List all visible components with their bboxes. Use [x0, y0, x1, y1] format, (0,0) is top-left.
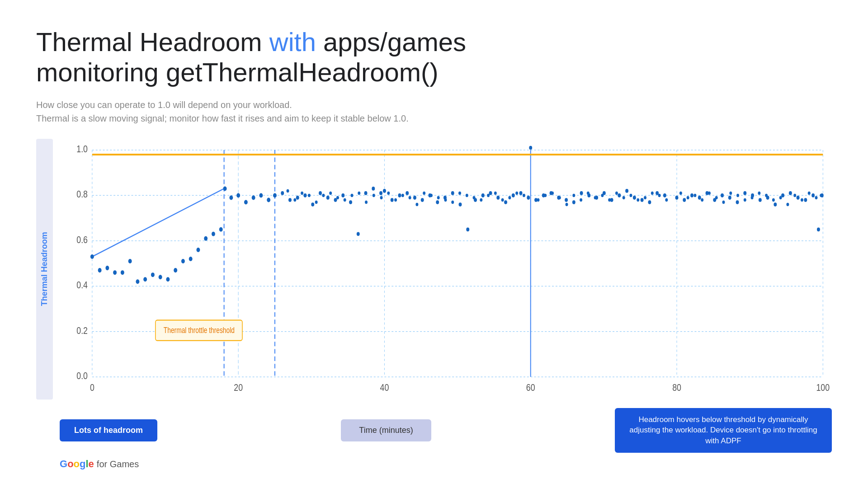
svg-point-137	[415, 203, 418, 206]
svg-point-62	[406, 191, 409, 195]
svg-point-19	[90, 254, 94, 259]
svg-point-94	[641, 198, 644, 202]
svg-point-35	[212, 232, 215, 236]
svg-text:0.8: 0.8	[76, 189, 88, 200]
svg-point-75	[504, 201, 507, 205]
chart-svg: Thermal throttle threshold	[57, 139, 832, 399]
svg-point-113	[789, 191, 792, 195]
svg-point-23	[121, 271, 124, 275]
svg-text:80: 80	[672, 382, 681, 393]
svg-point-150	[508, 196, 511, 200]
svg-point-187	[786, 203, 789, 206]
svg-point-178	[722, 201, 725, 204]
svg-point-149	[501, 198, 504, 202]
title-part2: apps/games	[316, 27, 466, 56]
svg-point-61	[398, 193, 401, 197]
svg-text:0.4: 0.4	[76, 280, 88, 291]
svg-text:0.0: 0.0	[76, 370, 88, 381]
svg-point-106	[736, 201, 739, 205]
svg-point-153	[537, 198, 540, 202]
svg-point-121	[301, 192, 303, 195]
svg-point-159	[580, 198, 582, 202]
svg-text:60: 60	[526, 382, 535, 393]
svg-point-78	[527, 196, 530, 200]
svg-text:0.2: 0.2	[76, 325, 88, 336]
svg-point-177	[715, 196, 718, 200]
main-container: Thermal Headroom with apps/games monitor…	[0, 0, 868, 488]
svg-point-132	[380, 196, 383, 200]
svg-point-147	[487, 194, 490, 197]
svg-point-60	[391, 198, 394, 202]
y-axis-label: Thermal Headroom	[36, 139, 53, 399]
svg-point-163	[608, 198, 611, 202]
svg-point-28	[159, 275, 162, 280]
svg-point-154	[544, 194, 547, 197]
svg-point-84	[565, 198, 568, 202]
subtitle-line2: Thermal is a slow moving signal; monitor…	[36, 112, 832, 125]
svg-text:100: 100	[816, 382, 830, 393]
svg-point-165	[623, 196, 625, 200]
svg-point-49	[311, 203, 314, 207]
svg-point-63	[413, 196, 416, 200]
svg-point-120	[293, 198, 296, 202]
bottom-bar: Lots of headroom Time (minutes) Headroom…	[36, 408, 832, 453]
svg-point-116	[811, 193, 815, 197]
lots-of-headroom-button[interactable]: Lots of headroom	[60, 419, 157, 441]
svg-point-169	[651, 192, 654, 195]
svg-point-100	[690, 193, 693, 197]
svg-point-51	[326, 196, 330, 200]
svg-point-130	[365, 201, 368, 204]
svg-point-58	[379, 191, 382, 195]
svg-point-155	[551, 192, 554, 195]
svg-point-76	[512, 193, 515, 197]
svg-point-38	[229, 196, 233, 200]
svg-point-20	[98, 268, 102, 272]
headroom-desc-button[interactable]: Headroom hovers below threshold by dynam…	[615, 408, 832, 453]
title-line2: monitoring getThermalHeadroom()	[36, 57, 439, 87]
svg-point-174	[693, 194, 696, 197]
google-wordmark: Google	[60, 458, 94, 470]
svg-point-26	[143, 277, 147, 282]
svg-point-122	[308, 194, 311, 197]
svg-point-91	[618, 193, 621, 197]
svg-point-43	[267, 198, 270, 202]
svg-point-136	[409, 196, 411, 200]
svg-point-127	[344, 198, 346, 202]
svg-point-21	[105, 266, 109, 270]
svg-point-25	[136, 280, 139, 284]
svg-point-148	[494, 192, 497, 195]
svg-point-114	[797, 196, 800, 200]
svg-point-117	[817, 228, 820, 232]
svg-point-47	[296, 196, 299, 200]
svg-point-164	[615, 192, 618, 195]
svg-text:1.0: 1.0	[76, 143, 88, 154]
svg-point-48	[304, 193, 307, 197]
svg-text:0.6: 0.6	[76, 234, 88, 245]
svg-point-172	[679, 192, 682, 195]
svg-text:0: 0	[90, 382, 94, 393]
svg-point-183	[758, 192, 760, 195]
svg-point-57	[372, 187, 375, 191]
svg-point-56	[364, 191, 368, 195]
svg-point-69	[459, 203, 462, 207]
svg-point-22	[113, 271, 117, 275]
svg-point-50	[319, 191, 322, 195]
svg-point-162	[601, 194, 604, 197]
svg-point-180	[736, 194, 739, 197]
svg-point-70	[466, 228, 469, 232]
svg-point-151	[515, 192, 518, 195]
svg-point-36	[219, 227, 223, 232]
svg-point-179	[729, 192, 732, 195]
svg-point-181	[744, 198, 746, 202]
svg-text:Thermal throttle threshold: Thermal throttle threshold	[164, 326, 235, 335]
svg-point-64	[421, 198, 424, 202]
svg-point-105	[728, 196, 731, 200]
svg-point-145	[473, 196, 476, 200]
svg-point-44	[273, 193, 277, 198]
svg-point-146	[480, 198, 482, 202]
svg-point-175	[701, 198, 703, 202]
svg-point-158	[572, 194, 575, 197]
svg-point-98	[675, 196, 679, 200]
time-minutes-button[interactable]: Time (minutes)	[341, 419, 431, 441]
svg-point-128	[351, 194, 354, 197]
